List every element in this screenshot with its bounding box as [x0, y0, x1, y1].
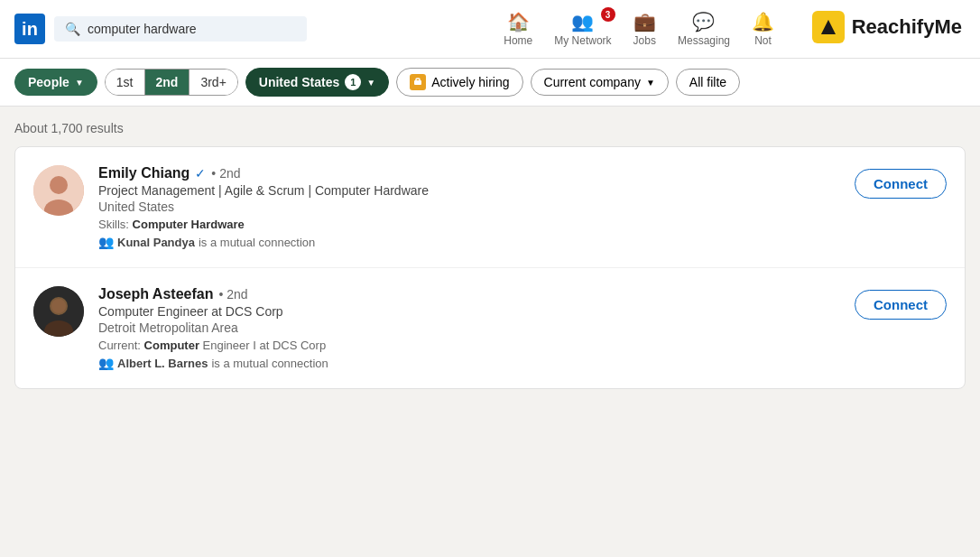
nav-notifications[interactable]: 🔔 Not: [741, 7, 785, 51]
search-box[interactable]: 🔍: [54, 16, 307, 42]
people-chevron-icon: ▼: [75, 78, 84, 88]
location-filter-label: United States: [259, 75, 339, 89]
second-degree-btn[interactable]: 2nd: [145, 70, 190, 95]
nav-messaging-label: Messaging: [678, 34, 730, 47]
person-card-joseph: Joseph Asteefan • 2nd Computer Engineer …: [15, 268, 965, 388]
emily-location: United States: [98, 200, 840, 214]
reachify-icon: [812, 11, 845, 43]
emily-headline: Project Management | Agile & Scrum | Com…: [98, 183, 840, 198]
top-bar: in 🔍 🏠 Home 👥 3 My Network 💼 Jobs 💬 Mess…: [0, 0, 980, 59]
current-company-label: Current company: [544, 75, 641, 89]
notifications-icon: 🔔: [752, 11, 774, 32]
mutual-icon-emily: 👥: [98, 235, 114, 249]
hiring-icon: [410, 74, 426, 90]
emily-degree: • 2nd: [211, 166, 240, 181]
joseph-location: Detroit Metropolitan Area: [98, 320, 840, 335]
location-chevron-icon: ▼: [366, 78, 375, 88]
nav-jobs[interactable]: 💼 Jobs: [623, 7, 667, 51]
home-icon: 🏠: [507, 11, 530, 32]
joseph-current: Current: Computer Engineer I at DCS Corp: [98, 339, 840, 352]
filter-bar: People ▼ 1st 2nd 3rd+ United States 1 ▼ …: [0, 59, 980, 107]
nav-my-network[interactable]: 👥 3 My Network: [543, 7, 622, 51]
people-filter-label: People: [28, 75, 69, 89]
top-bar-left: in 🔍: [14, 14, 307, 44]
linkedin-logo[interactable]: in: [14, 14, 45, 44]
network-badge: 3: [601, 7, 615, 22]
emily-skills: Skills: Computer Hardware: [98, 218, 840, 231]
connect-btn-joseph[interactable]: Connect: [855, 290, 947, 320]
svg-point-11: [51, 299, 66, 313]
results-container: Emily Chiang ✓ • 2nd Project Management …: [14, 146, 966, 389]
search-icon: 🔍: [65, 22, 80, 36]
nav-notifications-label: Not: [754, 34, 772, 47]
all-filters-label: All filte: [689, 75, 726, 89]
emily-mutual: 👥 Kunal Pandya is a mutual connection: [98, 235, 840, 249]
joseph-name: Joseph Asteefan: [98, 286, 213, 302]
nav-home-label: Home: [504, 34, 532, 47]
emily-name: Emily Chiang: [98, 165, 190, 181]
messaging-icon: 💬: [692, 11, 715, 32]
reachify-logo: ReachifyMe: [812, 11, 962, 43]
actively-hiring-btn[interactable]: Actively hiring: [396, 68, 522, 97]
current-company-chevron: ▼: [646, 78, 655, 88]
mutual-icon-joseph: 👥: [98, 356, 114, 370]
joseph-mutual-name: Albert L. Barnes: [117, 357, 208, 370]
name-row-emily: Emily Chiang ✓ • 2nd: [98, 165, 840, 181]
actively-hiring-label: Actively hiring: [431, 75, 509, 89]
current-company-btn[interactable]: Current company ▼: [531, 69, 669, 96]
svg-point-6: [50, 176, 68, 194]
person-card-emily: Emily Chiang ✓ • 2nd Project Management …: [15, 147, 965, 268]
third-degree-btn[interactable]: 3rd+: [190, 70, 236, 95]
nav-jobs-label: Jobs: [633, 34, 656, 47]
my-network-icon: 👥: [571, 11, 594, 32]
search-input[interactable]: [88, 22, 296, 36]
person-info-emily: Emily Chiang ✓ • 2nd Project Management …: [98, 165, 840, 249]
joseph-degree: • 2nd: [218, 287, 247, 302]
jobs-icon: 💼: [633, 11, 656, 32]
nav-my-network-label: My Network: [554, 34, 611, 47]
main-content: About 1,700 results Emily Chiang ✓ • 2nd…: [0, 107, 980, 557]
location-count-badge: 1: [345, 74, 361, 90]
avatar-emily: [33, 165, 84, 216]
degree-filter-group: 1st 2nd 3rd+: [105, 69, 238, 96]
joseph-mutual: 👥 Albert L. Barnes is a mutual connectio…: [98, 356, 840, 370]
results-count: About 1,700 results: [14, 121, 966, 135]
joseph-headline: Computer Engineer at DCS Corp: [98, 304, 840, 319]
first-degree-btn[interactable]: 1st: [106, 70, 145, 95]
name-row-joseph: Joseph Asteefan • 2nd: [98, 286, 840, 302]
nav-home[interactable]: 🏠 Home: [493, 7, 543, 51]
people-filter-btn[interactable]: People ▼: [14, 69, 97, 96]
person-info-joseph: Joseph Asteefan • 2nd Computer Engineer …: [98, 286, 840, 370]
all-filters-btn[interactable]: All filte: [676, 69, 740, 96]
connect-btn-emily[interactable]: Connect: [855, 169, 947, 199]
location-filter-btn[interactable]: United States 1 ▼: [245, 68, 389, 97]
verified-icon-emily: ✓: [195, 166, 206, 181]
reachify-name: ReachifyMe: [852, 15, 962, 39]
avatar-joseph: [33, 286, 84, 337]
emily-mutual-name: Kunal Pandya: [117, 236, 195, 249]
nav-messaging[interactable]: 💬 Messaging: [667, 7, 741, 51]
